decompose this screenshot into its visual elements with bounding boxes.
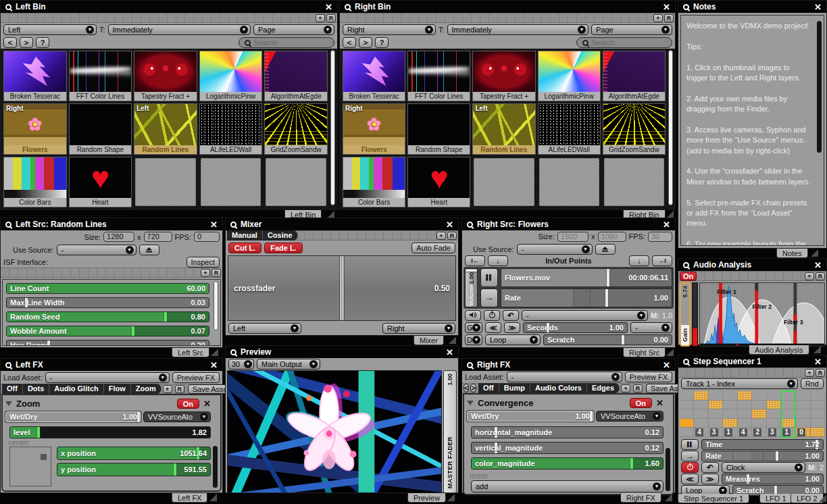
close-icon[interactable]: ✕: [814, 357, 822, 366]
measures-slider[interactable]: Measures1.00: [722, 474, 824, 484]
horizontal-magnitude-slider[interactable]: horizontal_magnitude0.12: [471, 426, 663, 438]
step-cell[interactable]: [767, 401, 781, 410]
media-cell[interactable]: Right✿Flowers: [343, 103, 405, 154]
pause-button[interactable]: ▌▌: [480, 268, 498, 287]
prev-page-button[interactable]: <: [343, 37, 356, 48]
close-icon[interactable]: ✕: [210, 220, 218, 229]
media-cell[interactable]: GridZoomSandw: [603, 103, 666, 154]
max-line-width-slider[interactable]: Max Line Width0.03: [6, 297, 209, 308]
height-field[interactable]: 1080: [598, 232, 626, 242]
add-preset-button[interactable]: +: [805, 369, 814, 377]
step-cell[interactable]: [781, 401, 795, 410]
step-column-partial[interactable]: [811, 391, 826, 437]
trigger-mode-select[interactable]: Immediately▼: [108, 24, 251, 35]
right-src-grip[interactable]: [666, 349, 674, 356]
pause-button[interactable]: ▌▌: [681, 439, 699, 450]
preset-cosine[interactable]: Cosine: [263, 230, 298, 241]
media-cell[interactable]: LogarithmicPinw: [199, 51, 263, 101]
fx-chip-bump[interactable]: Bump: [499, 383, 530, 393]
step-cell[interactable]: [811, 391, 825, 401]
media-cell[interactable]: Broken Tesserac: [343, 51, 405, 101]
inspect-magnifier-icon[interactable]: [5, 222, 11, 228]
flowers-thumbnail[interactable]: Right✿: [343, 104, 405, 145]
g-select[interactable]: G▼: [465, 322, 482, 333]
inspect-magnifier-icon[interactable]: [230, 349, 236, 355]
ledwall-thumbnail[interactable]: [538, 104, 600, 145]
params-scrollbar[interactable]: [213, 281, 219, 344]
randomshape-thumbnail[interactable]: [70, 104, 132, 145]
step-cell[interactable]: [767, 419, 781, 428]
eject-button[interactable]: [595, 244, 616, 255]
right-fx-tab[interactable]: Right FX: [620, 493, 661, 503]
eject-button[interactable]: [139, 245, 159, 255]
randomize-button[interactable]: Rnd: [801, 378, 824, 389]
tapestry-thumbnail[interactable]: [134, 51, 197, 92]
step-cell[interactable]: [781, 409, 795, 419]
randomlines-thumbnail[interactable]: Left: [473, 104, 534, 145]
preview-fx-button[interactable]: Preview FX: [625, 372, 672, 382]
gridzoom-thumbnail[interactable]: [265, 104, 327, 145]
colorbars-thumbnail[interactable]: [343, 157, 405, 198]
mixer-grip[interactable]: [449, 336, 456, 344]
volume-slider[interactable]: 1.00 Volume: [465, 268, 478, 307]
next-page-button[interactable]: >: [359, 37, 372, 48]
fps-field[interactable]: 30: [648, 232, 672, 242]
randomlines-thumbnail[interactable]: Left: [134, 104, 197, 145]
preset-tabstrip[interactable]: Manual Cosine + R: [226, 230, 458, 241]
audio-on-button[interactable]: On: [680, 272, 697, 281]
rate-slider[interactable]: Rate1.00: [501, 288, 672, 307]
height-field[interactable]: 720: [144, 232, 172, 242]
algorithm-thumbnail[interactable]: [603, 51, 665, 92]
seconds-slider[interactable]: Seconds1.00: [523, 322, 628, 333]
load-asset-select[interactable]: -▼: [507, 372, 622, 382]
step-cell[interactable]: [723, 419, 737, 428]
colorbars-thumbnail[interactable]: [4, 157, 66, 198]
media-cell[interactable]: Color Bars: [343, 157, 405, 207]
add-preset-button[interactable]: +: [805, 272, 814, 280]
fx-chip-flow[interactable]: Flow: [104, 384, 131, 394]
preview-tab[interactable]: Preview: [407, 493, 446, 503]
left-src-header[interactable]: Left Src: Random Lines ✕: [1, 218, 222, 230]
rate-slider[interactable]: Rate1.00: [701, 451, 824, 461]
preset-tabstrip[interactable]: + R: [1, 268, 222, 278]
step-cell[interactable]: [738, 409, 752, 419]
color-magnitude-slider[interactable]: color_magnitude1.60: [471, 457, 663, 470]
revert-preset-button[interactable]: R: [326, 14, 336, 22]
media-cell[interactable]: Color Bars: [3, 157, 67, 207]
preview-header[interactable]: Preview ✕: [226, 346, 458, 358]
heart-thumbnail[interactable]: ♥: [408, 157, 470, 198]
left-fx-tab[interactable]: Left FX: [172, 493, 207, 503]
right-bin-header[interactable]: Right Bin ✕: [340, 1, 675, 13]
inspect-button[interactable]: Inspect: [186, 257, 220, 268]
use-source-select[interactable]: -▼: [517, 244, 593, 255]
vertical-magnitude-slider[interactable]: vertical_magnitude0.12: [471, 442, 663, 454]
preview-display[interactable]: [227, 370, 442, 493]
undo-button[interactable]: ↶: [701, 462, 719, 473]
revert-preset-button[interactable]: R: [633, 384, 643, 393]
fx-close-icon[interactable]: ✕: [203, 399, 211, 409]
crossfader-slider[interactable]: crossfader 0.50: [228, 255, 456, 321]
step-sequencer-grip[interactable]: [819, 495, 826, 502]
close-icon[interactable]: ✕: [210, 361, 218, 370]
preview-output-select[interactable]: Main Output▼: [257, 359, 320, 370]
step-column[interactable]: 3: [767, 391, 782, 437]
fx-on-button[interactable]: On: [630, 398, 652, 408]
jump-to-out-button[interactable]: →I: [652, 255, 672, 266]
inspect-magnifier-icon[interactable]: [467, 222, 473, 228]
step-cell[interactable]: [781, 419, 795, 428]
revert-preset-button[interactable]: R: [175, 385, 184, 393]
fx-chip-dots[interactable]: Dots: [23, 384, 49, 394]
step-column[interactable]: 2: [752, 391, 767, 437]
revert-preset-button[interactable]: R: [816, 369, 825, 377]
notes-grip[interactable]: [811, 249, 818, 257]
help-button[interactable]: ?: [375, 37, 389, 48]
left-bin-header[interactable]: Left Bin ✕: [1, 1, 337, 13]
left-src-grip[interactable]: [211, 349, 218, 356]
pinwheel-thumbnail[interactable]: [538, 51, 600, 92]
step-cell[interactable]: [781, 391, 795, 401]
inspect-magnifier-icon[interactable]: [683, 262, 689, 268]
step-grid[interactable]: 43142310: [680, 391, 825, 437]
step-column[interactable]: 1: [723, 391, 738, 437]
fx-chip-off[interactable]: Off: [2, 384, 23, 394]
add-preset-button[interactable]: +: [163, 385, 172, 393]
